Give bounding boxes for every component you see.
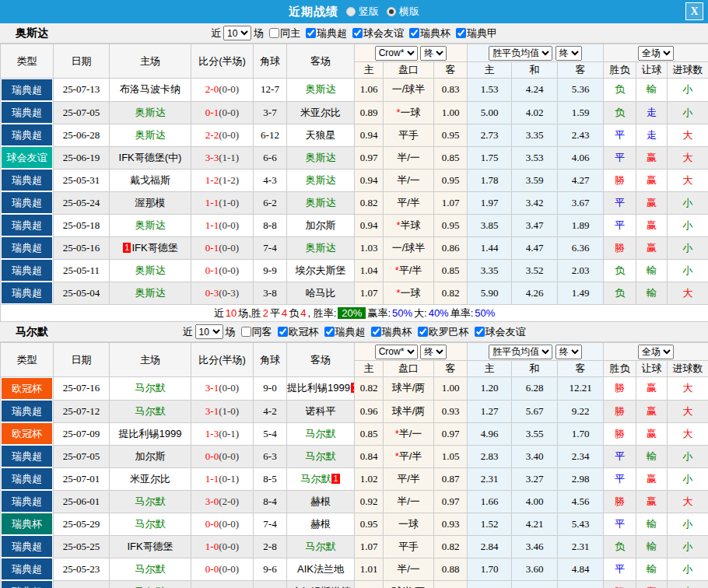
- home-team-name: IFK哥德堡: [131, 242, 177, 254]
- avg-odds-select[interactable]: 胜平负均值: [489, 345, 552, 359]
- league-type-cell: 瑞典超: [1, 191, 54, 214]
- avg-draw-cell: 6.30: [512, 580, 558, 588]
- odds-home-cell: 1.03: [355, 236, 384, 259]
- away-team-name: 加尔斯: [306, 219, 336, 231]
- league-filter-label: 瑞典超: [317, 26, 347, 40]
- league-filter-label: 球会友谊: [363, 26, 404, 40]
- date-cell: 25-06-19: [54, 146, 110, 169]
- avg-home-cell: 1.44: [468, 236, 512, 259]
- match-row: 欧冠杯 25-07-16 马尔默 3-1(0-0) 9-0 提比利锡19991 …: [1, 377, 708, 401]
- match-row: 欧冠杯 25-07-09 提比利锡1999 1-3(0-1) 5-4 马尔默 0…: [1, 422, 708, 445]
- handicap-cell: 一/球半: [384, 79, 434, 102]
- avg-away-cell: 11.56: [558, 580, 604, 588]
- league-filter-checkbox[interactable]: [371, 327, 381, 337]
- goals-cell: 大: [668, 422, 708, 445]
- recent-label: 近: [211, 26, 221, 40]
- avg-draw-cell: 3.53: [512, 146, 558, 169]
- handicap-cell: 平手: [384, 124, 434, 146]
- home-team-name: 提比利锡1999: [119, 428, 182, 439]
- league-filter-checkbox[interactable]: [278, 327, 288, 337]
- match-row: 瑞典超 25-05-31 戴戈福斯 1-2(1-2) 4-3 奥斯达 0.94 …: [1, 169, 708, 191]
- away-team-name: 奥斯达: [306, 83, 336, 95]
- layout-vertical-radio[interactable]: [346, 7, 356, 16]
- col-corner: 角球: [254, 44, 287, 79]
- odds-home-cell: 0.85: [355, 422, 384, 445]
- away-team-cell: 马尔默: [287, 535, 355, 558]
- summary-segment: 4: [300, 307, 306, 319]
- date-cell: 25-05-25: [54, 535, 110, 558]
- corner-cell: 2-8: [254, 535, 287, 558]
- away-team-name: 奥斯达: [306, 242, 336, 254]
- layout-horizontal-radio[interactable]: [387, 7, 396, 16]
- goals-cell: 大: [668, 490, 708, 513]
- home-team-name: 奥斯达: [135, 107, 166, 118]
- odds-company-select[interactable]: Crow*: [375, 46, 418, 61]
- avg-away-cell: 2.98: [558, 467, 604, 490]
- let-goal-cell: 走: [636, 101, 668, 124]
- date-cell: 25-06-28: [54, 124, 110, 146]
- avg-away-cell: 4.56: [558, 490, 604, 513]
- layout-vertical-label[interactable]: 竖版: [359, 5, 379, 19]
- recent-count-select[interactable]: 10: [195, 324, 223, 339]
- col-avg-draw: 和: [512, 361, 558, 377]
- league-filter-checkbox[interactable]: [306, 28, 316, 38]
- odds-company-select[interactable]: Crow*: [375, 345, 418, 359]
- league-type-cell: 瑞典超: [1, 558, 54, 580]
- avg-final-select[interactable]: 终: [556, 345, 582, 359]
- handicap-cell: 平手: [384, 535, 434, 558]
- corner-cell: 9-6: [254, 558, 287, 580]
- let-goal-cell: 赢: [636, 490, 668, 513]
- avg-odds-select[interactable]: 胜平负均值: [489, 46, 552, 61]
- close-button[interactable]: X: [685, 2, 703, 20]
- full-match-select[interactable]: 全场: [638, 46, 674, 61]
- odds-home-cell: 0.82: [355, 377, 384, 401]
- same-away-checkbox[interactable]: [241, 327, 251, 337]
- away-team-cell: 奥斯达: [287, 79, 355, 102]
- score-cell: 2-2(0-0): [191, 124, 254, 146]
- league-filter-checkbox[interactable]: [418, 327, 428, 337]
- corner-cell: 6-6: [254, 146, 287, 169]
- goals-cell: 小: [668, 558, 708, 580]
- score-cell: 1-0(0-0): [191, 535, 254, 558]
- date-cell: 25-06-01: [54, 490, 110, 513]
- away-team-cell: 天狼星: [287, 124, 355, 146]
- avg-home-cell: 1.75: [468, 146, 512, 169]
- home-team-cell: 马尔默: [110, 558, 191, 580]
- league-filter-checkbox[interactable]: [409, 28, 419, 38]
- let-goal-cell: 赢: [636, 236, 668, 259]
- league-filter-checkbox[interactable]: [475, 327, 485, 337]
- layout-horizontal-label[interactable]: 横版: [399, 5, 419, 19]
- league-filter-checkbox[interactable]: [352, 28, 363, 38]
- goals-cell: 小: [668, 101, 708, 124]
- avg-final-select[interactable]: 终: [556, 46, 582, 61]
- odds-home-cell: 0.94: [355, 214, 384, 236]
- handicap-cell: *半/一: [384, 422, 434, 445]
- away-team-cell: AIK法兰地: [287, 558, 355, 580]
- home-team-cell: 奥斯达: [110, 101, 191, 124]
- col-corner: 角球: [254, 343, 287, 377]
- handicap-cell: 半/一: [384, 146, 434, 169]
- league-filter-checkbox[interactable]: [324, 327, 335, 337]
- odds-final-select[interactable]: 终: [420, 345, 447, 359]
- result-cell: 平: [604, 558, 636, 580]
- col-let-goal: 让球: [636, 361, 668, 377]
- avg-away-cell: 1.59: [558, 101, 604, 124]
- odds-final-select[interactable]: 终: [420, 46, 447, 61]
- odds-home-cell: 0.86: [355, 580, 384, 588]
- full-match-select[interactable]: 全场: [638, 345, 674, 359]
- avg-draw-cell: 3.46: [512, 535, 558, 558]
- away-team-name: 赫根: [310, 518, 331, 530]
- odds-away-cell: 0.85: [434, 259, 468, 282]
- home-team-name: 奥斯达: [135, 219, 166, 231]
- odds-away-cell: 0.95: [434, 124, 468, 146]
- recent-count-select[interactable]: 10: [223, 26, 251, 40]
- home-team-name: 奥斯达: [135, 287, 166, 299]
- col-date: 日期: [54, 343, 110, 377]
- home-team-name: 布洛马波卡纳: [120, 83, 181, 95]
- same-home-checkbox[interactable]: [269, 28, 279, 38]
- page-title: 近期战绩: [289, 5, 338, 19]
- match-row: 瑞典超 25-05-04 奥斯达 0-3(0-3) 3-8 哈马比 1.07 *…: [1, 282, 708, 305]
- goals-cell: 小: [668, 535, 708, 558]
- recent-matches-table-2: 类型 日期 主场 比分(半场) 角球 客场 Crow* 终 胜平负均值 终 全场…: [0, 342, 708, 588]
- league-filter-checkbox[interactable]: [456, 28, 466, 38]
